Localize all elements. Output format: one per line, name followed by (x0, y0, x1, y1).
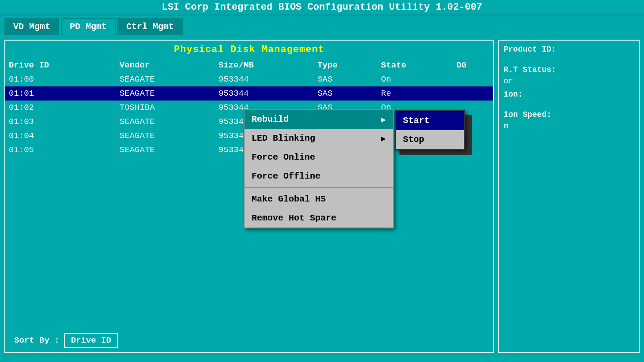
context-menu-item-0[interactable]: Rebuild▶StartStop (245, 110, 393, 129)
tab-bar: VD Mgmt PD Mgmt Ctrl Mgmt (0, 15, 644, 35)
submenu[interactable]: StartStop (395, 110, 465, 150)
context-menu-item-1[interactable]: LED Blinking▶ (245, 129, 393, 148)
cell-dg (453, 86, 493, 101)
submenu-item-1[interactable]: Stop (396, 130, 464, 149)
submenu-item-0[interactable]: Start (396, 111, 464, 130)
tab-vd-mgmt[interactable]: VD Mgmt (4, 18, 59, 35)
cell-type: SAS (314, 86, 377, 101)
rt-status-label: R.T Status: (504, 65, 634, 74)
context-menu-item-4[interactable]: Make Global HS (245, 190, 393, 209)
ion-label: ion: (504, 90, 634, 99)
cell-drive_id: 01:04 (5, 129, 116, 143)
cell-drive_id: 01:00 (5, 72, 116, 87)
cell-type: SAS (314, 72, 377, 87)
cell-state: Re (377, 86, 453, 101)
col-header-vendor: Vendor (116, 59, 215, 72)
right-panel: Product ID: R.T Status: or ion: ion Spee… (498, 40, 640, 353)
context-menu-item-label-2: Force Online (252, 152, 315, 162)
context-menu[interactable]: Rebuild▶StartStopLED Blinking▶Force Onli… (244, 109, 394, 228)
context-menu-item-label-5: Remove Hot Spare (252, 213, 336, 223)
product-id-label: Product ID: (504, 45, 634, 54)
col-header-size: Size/MB (215, 59, 314, 72)
sort-bar: Sort By : Drive ID (14, 333, 118, 348)
cell-drive_id: 01:02 (5, 101, 116, 115)
cell-vendor: SEAGATE (116, 86, 215, 101)
context-menu-arrow-1: ▶ (381, 134, 386, 143)
cell-vendor: SEAGATE (116, 72, 215, 87)
tab-pd-mgmt[interactable]: PD Mgmt (61, 18, 116, 35)
cell-size: 953344 (215, 72, 314, 87)
title-bar: LSI Corp Integrated BIOS Configuration U… (0, 0, 644, 15)
main-content: Physical Disk Management Drive ID Vendor… (4, 40, 640, 353)
context-menu-divider (245, 187, 393, 188)
cell-state: On (377, 72, 453, 87)
sort-label: Sort By : (14, 336, 60, 345)
cell-drive_id: 01:01 (5, 86, 116, 101)
context-menu-item-label-0: Rebuild (252, 114, 289, 124)
context-menu-item-2[interactable]: Force Online (245, 148, 393, 167)
table-row[interactable]: 01:00SEAGATE953344SASOn (5, 72, 493, 87)
context-menu-item-label-4: Make Global HS (252, 194, 326, 204)
tab-ctrl-mgmt[interactable]: Ctrl Mgmt (117, 18, 183, 35)
cell-vendor: SEAGATE (116, 143, 215, 157)
context-menu-arrow-0: ▶ (381, 115, 386, 124)
cell-dg (453, 72, 493, 87)
table-header-row: Drive ID Vendor Size/MB Type State DG (5, 59, 493, 72)
cell-drive_id: 01:03 (5, 115, 116, 129)
left-panel: Physical Disk Management Drive ID Vendor… (4, 40, 494, 353)
app-title: LSI Corp Integrated BIOS Configuration U… (162, 2, 482, 13)
cell-size: 953344 (215, 86, 314, 101)
sort-value[interactable]: Drive ID (64, 333, 118, 348)
context-menu-item-label-1: LED Blinking (252, 133, 315, 143)
col-header-drive-id: Drive ID (5, 59, 116, 72)
panel-title: Physical Disk Management (5, 41, 493, 59)
col-header-dg: DG (453, 59, 493, 72)
context-menu-item-5[interactable]: Remove Hot Spare (245, 209, 393, 228)
col-header-state: State (377, 59, 453, 72)
cell-vendor: SEAGATE (116, 129, 215, 143)
cell-vendor: SEAGATE (116, 115, 215, 129)
ion-speed-label: ion Speed: (504, 110, 634, 119)
rt-status-value: or (504, 77, 634, 86)
cell-vendor: TOSHIBA (116, 101, 215, 115)
context-menu-overlay: Rebuild▶StartStopLED Blinking▶Force Onli… (244, 109, 394, 228)
col-header-type: Type (314, 59, 377, 72)
context-menu-item-3[interactable]: Force Offline (245, 167, 393, 186)
cell-drive_id: 01:05 (5, 143, 116, 157)
table-row[interactable]: 01:01SEAGATE953344SASRe (5, 86, 493, 101)
ion-speed-value: m (504, 122, 634, 131)
context-menu-item-label-3: Force Offline (252, 171, 320, 181)
